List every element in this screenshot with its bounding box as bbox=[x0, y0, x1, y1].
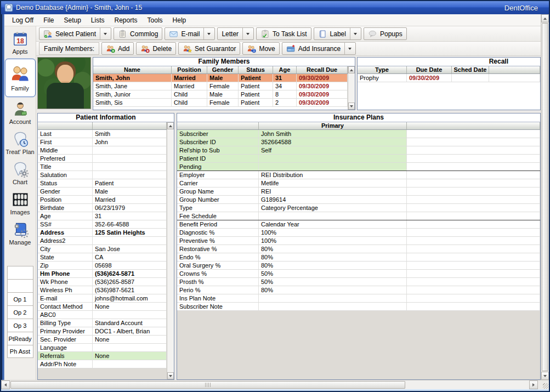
patient-info-row-primary-provider[interactable]: Primary ProviderDOC1 - Albert, Brian bbox=[38, 327, 167, 336]
insurance-row-group-number[interactable]: Group NumberG189614 bbox=[177, 196, 540, 204]
scroll-down-icon[interactable] bbox=[167, 372, 174, 379]
horizontal-scroll-thumb[interactable] bbox=[10, 381, 405, 389]
patient-info-row-language[interactable]: Language bbox=[38, 344, 167, 352]
patient-info-row-billing-type[interactable]: Billing TypeStandard Account bbox=[38, 319, 167, 327]
dropdown-arrow-icon[interactable] bbox=[242, 28, 250, 39]
window-horizontal-scrollbar[interactable] bbox=[1, 380, 549, 389]
insurance-row-crowns[interactable]: Crowns %50% bbox=[177, 270, 540, 278]
insurance-row-preventive[interactable]: Preventive %100% bbox=[177, 237, 540, 245]
insurance-row-subscriber[interactable]: SubscriberJohn Smith bbox=[177, 130, 540, 138]
operatory-cell-op-2[interactable]: Op 2 bbox=[7, 305, 33, 319]
insurance-row-diagnostic[interactable]: Diagnostic %100% bbox=[177, 229, 540, 237]
insurance-row-carrier[interactable]: CarrierMetlife bbox=[177, 179, 540, 188]
insurance-row-restorative[interactable]: Restorative %80% bbox=[177, 245, 540, 253]
family-grid-scrollbar[interactable] bbox=[348, 66, 355, 110]
column-header-type[interactable]: Type bbox=[358, 66, 407, 73]
sidebar-module-chart[interactable]: Chart bbox=[5, 159, 36, 188]
primary-column-header[interactable]: Primary bbox=[259, 122, 407, 129]
insurance-row-rel-ship-to-sub[interactable]: Rel'ship to SubSelf bbox=[177, 146, 540, 155]
patient-info-row-addr-ph-note[interactable]: Addr/Ph Note bbox=[38, 360, 167, 368]
family-member-row[interactable]: Smith, JuniorChildMalePatient809/30/2009 bbox=[93, 90, 348, 99]
sidebar-module-family[interactable]: Family bbox=[5, 59, 36, 97]
patient-info-row-status[interactable]: StatusPatient bbox=[38, 179, 167, 188]
patient-info-row-first[interactable]: FirstJohn bbox=[38, 138, 167, 146]
family-member-row[interactable]: Smith, JaneMarriedFemalePatient3409/30/2… bbox=[93, 82, 348, 90]
vertical-scroll-track[interactable] bbox=[541, 22, 549, 372]
patient-info-row-address2[interactable]: Address2 bbox=[38, 237, 167, 245]
recall-row[interactable]: Prophy09/30/2009 bbox=[358, 74, 540, 82]
scroll-left-icon[interactable] bbox=[1, 380, 10, 389]
patient-info-row-wireless-ph[interactable]: Wireless Ph(536)987-5621 bbox=[38, 286, 167, 294]
insurance-row-pending[interactable]: Pending bbox=[177, 163, 540, 171]
sidebar-module-manage[interactable]: Manage bbox=[5, 219, 36, 248]
operatory-cell-ptready[interactable]: PtReady bbox=[7, 332, 33, 345]
horizontal-scroll-track[interactable] bbox=[10, 380, 529, 389]
family-member-row[interactable]: Smith, SisChildFemalePatient209/30/2009 bbox=[93, 99, 348, 107]
patient-info-row-hm-phone[interactable]: Hm Phone(536)624-5871 bbox=[38, 270, 167, 278]
toolbar-button-delete[interactable]: Delete bbox=[136, 42, 176, 55]
scroll-right-icon[interactable] bbox=[529, 380, 538, 389]
operatory-cell-op-1[interactable]: Op 1 bbox=[7, 292, 33, 305]
patient-info-row-contact-method[interactable]: Contact MethodNone bbox=[38, 303, 167, 311]
column-header-gender[interactable]: Gender bbox=[207, 66, 239, 73]
toolbar-button-label[interactable]: Label bbox=[314, 27, 361, 40]
dropdown-arrow-icon[interactable] bbox=[100, 28, 107, 39]
patient-info-row-age[interactable]: Age31 bbox=[38, 212, 167, 220]
insurance-row-patient-id[interactable]: Patient ID bbox=[177, 155, 540, 163]
patient-info-row-gender[interactable]: GenderMale bbox=[38, 188, 167, 196]
insurance-row-subscriber-id[interactable]: Subscriber ID352664588 bbox=[177, 138, 540, 146]
window-vertical-scrollbar[interactable] bbox=[541, 14, 549, 380]
dropdown-arrow-icon[interactable] bbox=[203, 28, 211, 39]
operatory-cell-blank[interactable] bbox=[7, 279, 33, 292]
sidebar-module-treat-plan[interactable]: Treat' Plan bbox=[5, 129, 36, 157]
insurance-row-oral-surgery[interactable]: Oral Surgery %80% bbox=[177, 262, 540, 270]
toolbar-button-letter[interactable]: Letter bbox=[217, 27, 254, 40]
column-header-sched-date[interactable]: Sched Date bbox=[452, 66, 489, 73]
insurance-row-employer[interactable]: EmployerREI Distribution bbox=[177, 171, 540, 179]
menu-item-log-off[interactable]: Log Off bbox=[7, 15, 38, 25]
patient-info-row-sec-provider[interactable]: Sec. ProviderNone bbox=[38, 336, 167, 344]
dropdown-arrow-icon[interactable] bbox=[350, 28, 357, 39]
insurance-row-perio[interactable]: Perio %80% bbox=[177, 286, 540, 294]
patient-info-row-referrals[interactable]: ReferralsNone bbox=[38, 352, 167, 360]
menu-item-tools[interactable]: Tools bbox=[143, 15, 168, 25]
column-header-position[interactable]: Position bbox=[172, 66, 207, 73]
column-header-recall-due[interactable]: Recall Due bbox=[297, 66, 348, 73]
resize-corner[interactable] bbox=[538, 380, 549, 389]
patient-info-scrollbar[interactable] bbox=[167, 122, 174, 379]
toolbar-button-set-guarantor[interactable]: Set Guarantor bbox=[178, 42, 240, 55]
patient-info-row-e-mail[interactable]: E-mailjohns@hotmail.com bbox=[38, 294, 167, 303]
toolbar-button-e-mail[interactable]: E-mail bbox=[165, 27, 215, 40]
menu-item-reports[interactable]: Reports bbox=[110, 15, 143, 25]
sidebar-module-images[interactable]: Images bbox=[5, 189, 36, 218]
column-header-due-date[interactable]: Due Date bbox=[407, 66, 452, 73]
toolbar-button-move[interactable]: Move bbox=[242, 42, 279, 55]
insurance-row-subscriber-note[interactable]: Subscriber Note bbox=[177, 303, 540, 311]
patient-info-row-ss[interactable]: SS#352-66-4588 bbox=[38, 220, 167, 229]
operatory-cell-blank[interactable] bbox=[7, 266, 33, 279]
scroll-down-icon[interactable] bbox=[348, 103, 355, 110]
insurance-row-prosth[interactable]: Prosth %50% bbox=[177, 278, 540, 286]
patient-info-row-address[interactable]: Address125 Satin Heights bbox=[38, 229, 167, 237]
operatory-cell-ph-asst[interactable]: Ph Asst bbox=[7, 345, 33, 358]
menu-item-setup[interactable]: Setup bbox=[59, 15, 86, 25]
toolbar-button-commlog[interactable]: Commlog bbox=[114, 27, 162, 40]
patient-info-row-birthdate[interactable]: Birthdate06/23/1979 bbox=[38, 204, 167, 212]
toolbar-button-add-insurance[interactable]: Add Insurance bbox=[282, 42, 356, 55]
menu-item-help[interactable]: Help bbox=[168, 15, 191, 25]
dropdown-arrow-icon[interactable] bbox=[344, 43, 351, 54]
patient-info-row-abc0[interactable]: ABC0 bbox=[38, 311, 167, 319]
patient-info-row-salutation[interactable]: Salutation bbox=[38, 171, 167, 179]
scroll-up-icon[interactable] bbox=[167, 122, 174, 129]
column-header-age[interactable]: Age bbox=[273, 66, 297, 73]
operatory-cell-op-3[interactable]: Op 3 bbox=[7, 319, 33, 332]
insurance-row-type[interactable]: TypeCategory Percentage bbox=[177, 204, 540, 212]
column-header-blank[interactable] bbox=[489, 66, 540, 73]
scroll-down-icon[interactable] bbox=[541, 372, 549, 380]
toolbar-button-popups[interactable]: Popups bbox=[364, 27, 407, 40]
patient-info-row-zip[interactable]: Zip05698 bbox=[38, 262, 167, 270]
insurance-row-benefit-period[interactable]: Benefit PeriodCalendar Year bbox=[177, 220, 540, 229]
menu-item-lists[interactable]: Lists bbox=[86, 15, 110, 25]
patient-info-row-last[interactable]: LastSmith bbox=[38, 130, 167, 138]
family-member-row[interactable]: Smith, JohnMarriedMalePatient3109/30/200… bbox=[93, 74, 348, 82]
